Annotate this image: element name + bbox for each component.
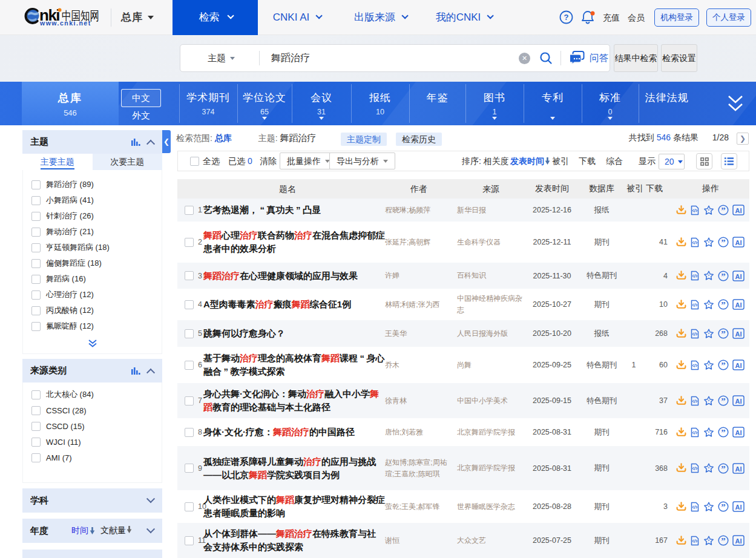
svg-text:AI: AI — [735, 362, 742, 369]
svg-text:AI: AI — [735, 207, 742, 214]
svg-text:AI: AI — [735, 465, 742, 472]
svg-text:AI: AI — [735, 239, 742, 246]
svg-text:AI: AI — [735, 301, 742, 309]
svg-text:”: ” — [721, 206, 726, 215]
svg-text:”: ” — [721, 502, 726, 512]
svg-text:”: ” — [721, 361, 726, 370]
svg-text:”: ” — [721, 464, 726, 473]
svg-text:”: ” — [721, 428, 726, 438]
svg-text:AI: AI — [735, 504, 742, 511]
svg-text:AI: AI — [735, 398, 742, 405]
svg-text:?: ? — [564, 13, 569, 22]
svg-text:www.cnki.net: www.cnki.net — [39, 19, 91, 27]
svg-text:”: ” — [721, 271, 726, 281]
svg-text:”: ” — [721, 536, 726, 546]
svg-text:AI: AI — [735, 537, 742, 545]
svg-text:”: ” — [721, 238, 726, 248]
svg-text:”: ” — [721, 300, 726, 310]
svg-text:AI: AI — [735, 330, 742, 338]
svg-text:”: ” — [721, 329, 726, 339]
svg-text:AI: AI — [735, 272, 742, 280]
svg-text:”: ” — [721, 396, 726, 406]
svg-text:AI: AI — [735, 429, 742, 436]
